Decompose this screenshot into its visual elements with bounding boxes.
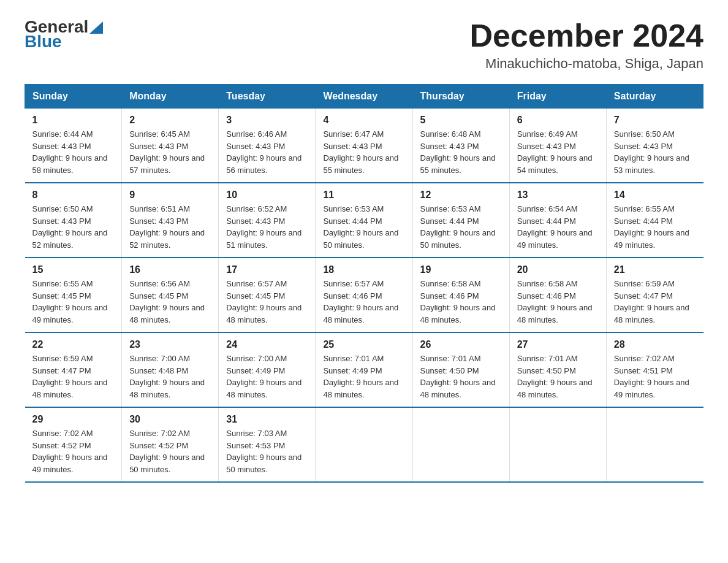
weekday-header-sunday: Sunday: [25, 85, 122, 109]
day-info: Sunrise: 6:47 AM Sunset: 4:43 PM Dayligh…: [323, 128, 404, 176]
daylight-label: Daylight: 9 hours and 50 minutes.: [226, 453, 301, 474]
sunrise-label: Sunrise: 6:50 AM: [614, 129, 675, 139]
calendar-day: 18 Sunrise: 6:57 AM Sunset: 4:46 PM Dayl…: [316, 258, 412, 332]
calendar-day: [412, 407, 509, 482]
daylight-label: Daylight: 9 hours and 57 minutes.: [129, 153, 205, 175]
logo: General Blue: [25, 18, 103, 50]
sunset-label: Sunset: 4:43 PM: [129, 216, 188, 226]
sunrise-label: Sunrise: 6:45 AM: [129, 129, 190, 139]
sunset-label: Sunset: 4:46 PM: [323, 291, 382, 301]
sunset-label: Sunset: 4:44 PM: [517, 216, 576, 226]
day-number: 18: [323, 264, 404, 275]
day-number: 23: [129, 339, 211, 350]
sunrise-label: Sunrise: 7:02 AM: [32, 429, 93, 438]
sunrise-label: Sunrise: 6:58 AM: [420, 279, 481, 288]
daylight-label: Daylight: 9 hours and 54 minutes.: [517, 153, 593, 175]
daylight-label: Daylight: 9 hours and 49 minutes.: [32, 303, 108, 324]
day-info: Sunrise: 6:57 AM Sunset: 4:45 PM Dayligh…: [226, 278, 308, 326]
sunrise-label: Sunrise: 6:49 AM: [517, 129, 578, 139]
sunset-label: Sunset: 4:52 PM: [129, 441, 188, 450]
calendar-day: 10 Sunrise: 6:52 AM Sunset: 4:43 PM Dayl…: [219, 183, 316, 258]
sunset-label: Sunset: 4:51 PM: [614, 366, 673, 375]
day-number: 5: [420, 115, 502, 126]
daylight-label: Daylight: 9 hours and 52 minutes.: [32, 228, 108, 250]
calendar-week-2: 8 Sunrise: 6:50 AM Sunset: 4:43 PM Dayli…: [25, 183, 703, 258]
location-text: Minakuchicho-matoba, Shiga, Japan: [469, 56, 703, 72]
sunrise-label: Sunrise: 7:01 AM: [517, 354, 578, 363]
calendar-day: 27 Sunrise: 7:01 AM Sunset: 4:50 PM Dayl…: [509, 332, 606, 407]
sunrise-label: Sunrise: 6:58 AM: [517, 279, 578, 288]
daylight-label: Daylight: 9 hours and 52 minutes.: [129, 228, 205, 250]
day-number: 12: [420, 190, 502, 201]
day-info: Sunrise: 6:45 AM Sunset: 4:43 PM Dayligh…: [129, 128, 211, 176]
day-number: 22: [32, 339, 115, 350]
day-number: 17: [226, 264, 308, 275]
page-header: General Blue December 2024 Minakuchicho-…: [25, 18, 703, 72]
day-info: Sunrise: 6:44 AM Sunset: 4:43 PM Dayligh…: [32, 128, 115, 176]
calendar-day: 11 Sunrise: 6:53 AM Sunset: 4:44 PM Dayl…: [316, 183, 412, 258]
calendar-day: 23 Sunrise: 7:00 AM Sunset: 4:48 PM Dayl…: [122, 332, 219, 407]
sunrise-label: Sunrise: 6:46 AM: [226, 129, 287, 139]
calendar-day: 4 Sunrise: 6:47 AM Sunset: 4:43 PM Dayli…: [316, 109, 412, 183]
calendar-day: 5 Sunrise: 6:48 AM Sunset: 4:43 PM Dayli…: [412, 109, 509, 183]
day-info: Sunrise: 6:53 AM Sunset: 4:44 PM Dayligh…: [420, 203, 502, 251]
calendar-day: 7 Sunrise: 6:50 AM Sunset: 4:43 PM Dayli…: [606, 109, 703, 183]
calendar-day: [606, 407, 703, 482]
day-info: Sunrise: 6:59 AM Sunset: 4:47 PM Dayligh…: [614, 278, 696, 326]
day-info: Sunrise: 6:57 AM Sunset: 4:46 PM Dayligh…: [323, 278, 404, 326]
calendar-day: 20 Sunrise: 6:58 AM Sunset: 4:46 PM Dayl…: [509, 258, 606, 332]
weekday-header-tuesday: Tuesday: [219, 85, 316, 109]
sunset-label: Sunset: 4:43 PM: [614, 142, 673, 151]
daylight-label: Daylight: 9 hours and 48 minutes.: [517, 303, 593, 324]
day-info: Sunrise: 6:58 AM Sunset: 4:46 PM Dayligh…: [517, 278, 599, 326]
daylight-label: Daylight: 9 hours and 48 minutes.: [614, 303, 689, 324]
day-info: Sunrise: 7:03 AM Sunset: 4:53 PM Dayligh…: [226, 427, 308, 475]
day-number: 25: [323, 339, 404, 350]
weekday-header-monday: Monday: [122, 85, 219, 109]
day-info: Sunrise: 6:54 AM Sunset: 4:44 PM Dayligh…: [517, 203, 599, 251]
sunrise-label: Sunrise: 6:51 AM: [129, 204, 190, 213]
sunrise-label: Sunrise: 6:59 AM: [32, 354, 93, 363]
daylight-label: Daylight: 9 hours and 55 minutes.: [420, 153, 496, 175]
sunrise-label: Sunrise: 6:52 AM: [226, 204, 287, 213]
sunset-label: Sunset: 4:45 PM: [32, 291, 91, 301]
sunrise-label: Sunrise: 6:57 AM: [226, 279, 287, 288]
sunset-label: Sunset: 4:49 PM: [323, 366, 382, 375]
calendar-day: 31 Sunrise: 7:03 AM Sunset: 4:53 PM Dayl…: [219, 407, 316, 482]
sunrise-label: Sunrise: 6:59 AM: [614, 279, 675, 288]
sunset-label: Sunset: 4:50 PM: [517, 366, 576, 375]
calendar-week-3: 15 Sunrise: 6:55 AM Sunset: 4:45 PM Dayl…: [25, 258, 703, 332]
day-number: 10: [226, 190, 308, 201]
sunrise-label: Sunrise: 6:57 AM: [323, 279, 384, 288]
daylight-label: Daylight: 9 hours and 49 minutes.: [614, 228, 689, 250]
sunset-label: Sunset: 4:48 PM: [129, 366, 188, 375]
daylight-label: Daylight: 9 hours and 51 minutes.: [226, 228, 301, 250]
day-info: Sunrise: 6:49 AM Sunset: 4:43 PM Dayligh…: [517, 128, 599, 176]
calendar-day: 25 Sunrise: 7:01 AM Sunset: 4:49 PM Dayl…: [316, 332, 412, 407]
daylight-label: Daylight: 9 hours and 48 minutes.: [32, 378, 108, 399]
calendar-day: 22 Sunrise: 6:59 AM Sunset: 4:47 PM Dayl…: [25, 332, 122, 407]
daylight-label: Daylight: 9 hours and 50 minutes.: [323, 228, 398, 250]
day-number: 28: [614, 339, 696, 350]
calendar-day: 1 Sunrise: 6:44 AM Sunset: 4:43 PM Dayli…: [25, 109, 122, 183]
sunset-label: Sunset: 4:53 PM: [226, 441, 285, 450]
weekday-header-saturday: Saturday: [606, 85, 703, 109]
sunrise-label: Sunrise: 6:56 AM: [129, 279, 190, 288]
daylight-label: Daylight: 9 hours and 48 minutes.: [323, 378, 398, 399]
day-number: 4: [323, 115, 404, 126]
day-number: 15: [32, 264, 115, 275]
day-number: 11: [323, 190, 404, 201]
sunrise-label: Sunrise: 6:55 AM: [614, 204, 675, 213]
daylight-label: Daylight: 9 hours and 56 minutes.: [226, 153, 301, 175]
day-number: 26: [420, 339, 502, 350]
day-number: 6: [517, 115, 599, 126]
calendar-day: 28 Sunrise: 7:02 AM Sunset: 4:51 PM Dayl…: [606, 332, 703, 407]
sunrise-label: Sunrise: 7:01 AM: [420, 354, 481, 363]
day-info: Sunrise: 7:00 AM Sunset: 4:48 PM Dayligh…: [129, 353, 211, 400]
day-number: 3: [226, 115, 308, 126]
sunrise-label: Sunrise: 7:00 AM: [129, 354, 190, 363]
sunset-label: Sunset: 4:43 PM: [323, 142, 382, 151]
calendar-day: 15 Sunrise: 6:55 AM Sunset: 4:45 PM Dayl…: [25, 258, 122, 332]
day-info: Sunrise: 6:50 AM Sunset: 4:43 PM Dayligh…: [32, 203, 115, 251]
calendar-day: 3 Sunrise: 6:46 AM Sunset: 4:43 PM Dayli…: [219, 109, 316, 183]
